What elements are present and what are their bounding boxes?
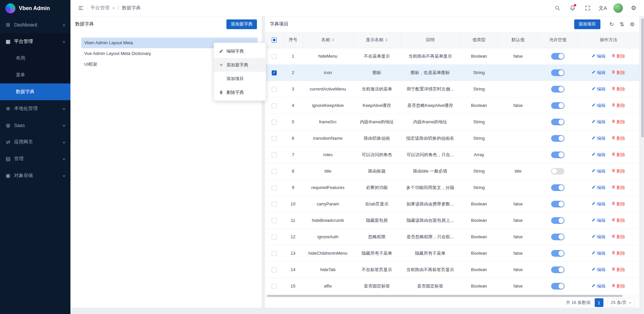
nullable-toggle[interactable] bbox=[551, 234, 565, 240]
sidebar-item-menu[interactable]: 菜单 bbox=[0, 67, 70, 83]
sidebar-item-management[interactable]: ▤ 管理 ∨ bbox=[0, 150, 70, 167]
column-header-name[interactable]: 名称 bbox=[303, 32, 353, 48]
edit-button[interactable]: 编辑 bbox=[592, 135, 605, 141]
edit-button[interactable]: 编辑 bbox=[592, 70, 605, 76]
logo[interactable]: Vben Admin bbox=[0, 0, 70, 16]
notification-bell-icon[interactable] bbox=[568, 4, 577, 12]
edit-button[interactable]: 编辑 bbox=[592, 267, 605, 273]
nullable-toggle[interactable] bbox=[551, 201, 565, 207]
sidebar-collapse-icon[interactable] bbox=[76, 4, 85, 12]
row-checkbox[interactable] bbox=[272, 218, 277, 223]
delete-button[interactable]: 删除 bbox=[611, 185, 625, 191]
table-row[interactable]: 2 icon 图标 图标，也是菜单图标 String 编辑 删除 bbox=[265, 64, 639, 81]
row-checkbox[interactable] bbox=[272, 169, 277, 174]
nullable-toggle[interactable] bbox=[551, 184, 565, 191]
context-menu-item-delete-dictionary[interactable]: 删除字典 bbox=[214, 85, 266, 99]
column-header-display-name[interactable]: 显示名称 bbox=[353, 32, 400, 48]
table-row[interactable]: 15 affix 是否固定标签 是否固定标签 Boolean false 编辑 … bbox=[265, 278, 639, 294]
delete-button[interactable]: 删除 bbox=[611, 250, 625, 256]
edit-button[interactable]: 编辑 bbox=[592, 234, 605, 240]
vertical-scrollbar-thumb[interactable] bbox=[641, 18, 644, 137]
edit-button[interactable]: 编辑 bbox=[592, 250, 605, 256]
gear-icon[interactable]: ⚙ bbox=[629, 4, 638, 12]
delete-button[interactable]: 删除 bbox=[611, 70, 625, 76]
edit-button[interactable]: 编辑 bbox=[592, 86, 605, 92]
table-row[interactable]: 6 transitionName 路由切换动画 指定该路由切换的动画名 Stri… bbox=[265, 130, 639, 146]
sidebar-item-localization[interactable]: ⊕ 本地化管理 ∨ bbox=[0, 100, 70, 117]
nullable-toggle[interactable] bbox=[551, 168, 565, 175]
refresh-icon[interactable]: ↻ bbox=[609, 21, 614, 27]
row-checkbox[interactable] bbox=[272, 103, 277, 108]
table-row[interactable]: 4 ignoreKeepAlive KeepAlive缓存 是否忽略KeepAl… bbox=[265, 97, 639, 114]
row-checkbox[interactable] bbox=[272, 251, 277, 256]
edit-button[interactable]: 编辑 bbox=[592, 283, 605, 289]
sidebar-item-gateway[interactable]: ⇄ 应用网关 ∨ bbox=[0, 134, 70, 150]
edit-button[interactable]: 编辑 bbox=[592, 152, 605, 158]
table-row[interactable]: 12 ignoreAuth 忽略权限 是否忽略权限，只在权... Boolean… bbox=[265, 229, 639, 245]
horizontal-scrollbar[interactable] bbox=[265, 294, 639, 298]
nullable-toggle[interactable] bbox=[551, 217, 565, 224]
table-row[interactable]: 13 hideChildrenInMenu 隐藏所有子菜单 隐藏所有子菜单 Bo… bbox=[265, 245, 639, 261]
delete-button[interactable]: 删除 bbox=[611, 86, 625, 92]
row-checkbox[interactable] bbox=[272, 70, 277, 75]
nullable-toggle[interactable] bbox=[551, 283, 565, 290]
row-checkbox[interactable] bbox=[272, 235, 277, 240]
sort-icon[interactable] bbox=[332, 38, 334, 42]
sidebar-item-saas[interactable]: ◍ Saas ∨ bbox=[0, 117, 70, 134]
sidebar-item-object-storage[interactable]: ▣ 对象存储 ∨ bbox=[0, 167, 70, 184]
avatar[interactable] bbox=[613, 3, 623, 13]
delete-button[interactable]: 删除 bbox=[611, 234, 625, 240]
delete-button[interactable]: 删除 bbox=[611, 201, 625, 207]
delete-button[interactable]: 删除 bbox=[611, 152, 625, 158]
context-menu-item-edit-dictionary[interactable]: 编辑字典 bbox=[214, 44, 266, 58]
row-checkbox[interactable] bbox=[272, 267, 277, 272]
nullable-toggle[interactable] bbox=[551, 119, 565, 125]
delete-button[interactable]: 删除 bbox=[611, 168, 625, 174]
nullable-toggle[interactable] bbox=[551, 151, 565, 158]
table-row[interactable]: 3 currentActiveMenu 当前激活的菜单 用于配置详情页时左侧..… bbox=[265, 81, 639, 97]
table-row[interactable]: 10 carryParam 在tab页显示 如果该路由会携带参数... Bool… bbox=[265, 196, 639, 212]
edit-button[interactable]: 编辑 bbox=[592, 119, 605, 125]
delete-button[interactable]: 删除 bbox=[611, 267, 625, 273]
settings-icon[interactable]: ⚙ bbox=[630, 21, 635, 27]
delete-button[interactable]: 删除 bbox=[611, 283, 625, 289]
delete-button[interactable]: 删除 bbox=[611, 103, 625, 109]
context-menu-item-add-dictionary[interactable]: 添加新字典 bbox=[214, 58, 266, 72]
nullable-toggle[interactable] bbox=[551, 86, 565, 92]
vertical-scrollbar[interactable] bbox=[641, 16, 644, 314]
nullable-toggle[interactable] bbox=[551, 102, 565, 109]
nullable-toggle[interactable] bbox=[551, 266, 565, 273]
row-checkbox[interactable] bbox=[272, 152, 277, 158]
page-size-select[interactable]: 25 条/页 ∨ bbox=[607, 298, 635, 307]
edit-button[interactable]: 编辑 bbox=[592, 103, 605, 109]
delete-button[interactable]: 删除 bbox=[611, 135, 625, 141]
fullscreen-icon[interactable] bbox=[583, 4, 592, 12]
delete-button[interactable]: 删除 bbox=[611, 217, 625, 224]
row-checkbox[interactable] bbox=[272, 120, 277, 125]
row-checkbox[interactable] bbox=[272, 284, 277, 289]
table-row[interactable]: 7 roles 可以访问的角色 可以访问的角色，只在... Array 编辑 删… bbox=[265, 146, 639, 163]
row-checkbox[interactable] bbox=[272, 136, 277, 141]
select-all-checkbox[interactable] bbox=[272, 38, 277, 43]
table-row[interactable]: 11 hideBreadcrumb 隐藏面包屑 隐藏该路由在面包屑上... Bo… bbox=[265, 212, 639, 229]
table-row[interactable]: 5 frameSrc 内嵌iframe的地址 内嵌iframe的地址 Strin… bbox=[265, 114, 639, 130]
table-row[interactable]: 14 hideTab 不在标签页显示 当前路由不再标签页显示 Boolean f… bbox=[265, 261, 639, 278]
page-number-button[interactable]: 1 bbox=[595, 298, 603, 307]
edit-button[interactable]: 编辑 bbox=[592, 217, 605, 224]
context-menu-item-add-item[interactable]: 添加项目 bbox=[214, 72, 266, 85]
breadcrumb-item-platform[interactable]: 平台管理 bbox=[91, 5, 109, 11]
breadcrumb-item-data-dictionary[interactable]: 数据字典 bbox=[122, 5, 141, 11]
add-item-button[interactable]: 添加项目 bbox=[574, 19, 600, 29]
sidebar-item-layout[interactable]: 布局 bbox=[0, 50, 70, 67]
translate-icon[interactable]: 文A bbox=[598, 4, 607, 12]
table-row[interactable]: 8 title 路由标题 路由title 一般必填 String title 编… bbox=[265, 163, 639, 179]
table-row[interactable]: 9 requiredFeatures 必要的功能 多个功能间用英文，分隔 Str… bbox=[265, 179, 639, 196]
edit-button[interactable]: 编辑 bbox=[592, 168, 605, 174]
add-dictionary-button[interactable]: 添加新字典 bbox=[226, 19, 257, 29]
sidebar-item-data-dictionary[interactable]: 数据字典 bbox=[0, 83, 70, 100]
sort-icon[interactable] bbox=[385, 38, 388, 42]
edit-button[interactable]: 编辑 bbox=[592, 201, 605, 207]
delete-button[interactable]: 删除 bbox=[611, 53, 625, 59]
nullable-toggle[interactable] bbox=[551, 69, 565, 76]
table-row[interactable]: 1 hideMenu 不在菜单显示 当前路由不再菜单显示 Boolean fal… bbox=[265, 48, 639, 64]
